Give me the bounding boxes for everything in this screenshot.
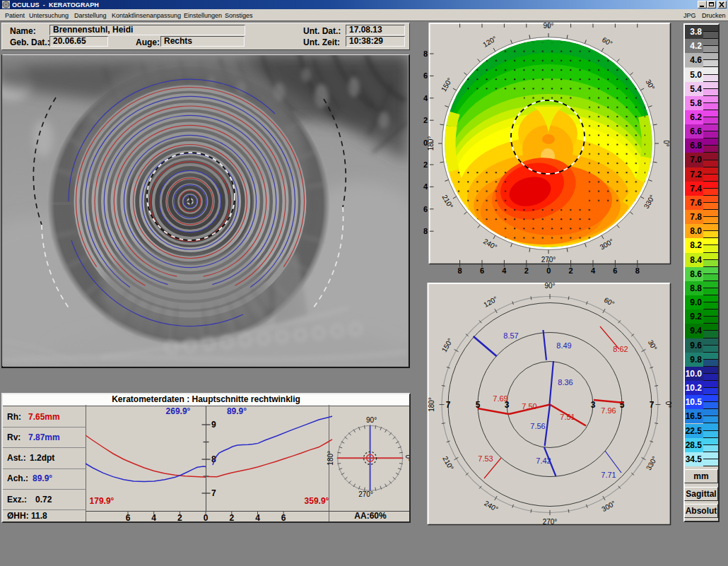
svg-text:0°: 0° xyxy=(664,401,672,408)
svg-text:6: 6 xyxy=(126,513,131,521)
svg-text:2: 2 xyxy=(423,160,428,169)
svg-text:7.65mm: 7.65mm xyxy=(28,412,60,422)
svg-text:8: 8 xyxy=(423,49,428,58)
svg-text:7.42: 7.42 xyxy=(536,456,551,465)
svg-text:4: 4 xyxy=(502,266,507,275)
svg-text:7.51: 7.51 xyxy=(560,413,575,421)
svg-text:7.69: 7.69 xyxy=(493,394,507,403)
svg-text:7.56: 7.56 xyxy=(530,422,545,430)
svg-text:7: 7 xyxy=(211,488,216,498)
svg-text:7.96: 7.96 xyxy=(601,406,616,415)
svg-text:8.49: 8.49 xyxy=(556,341,571,350)
svg-text:270°: 270° xyxy=(358,490,373,498)
svg-text:2: 2 xyxy=(229,513,234,521)
svg-text:0.72: 0.72 xyxy=(35,495,52,505)
svg-text:2: 2 xyxy=(524,266,529,275)
svg-text:269.9°: 269.9° xyxy=(166,406,191,416)
svg-text:Ast.:: Ast.: xyxy=(7,453,26,463)
svg-text:4: 4 xyxy=(255,513,260,521)
svg-text:6: 6 xyxy=(423,71,428,80)
svg-text:8: 8 xyxy=(458,266,462,275)
svg-text:Rh:: Rh: xyxy=(7,412,21,422)
svg-text:6: 6 xyxy=(480,266,484,275)
svg-text:8: 8 xyxy=(423,227,428,235)
svg-text:179.9°: 179.9° xyxy=(90,496,115,506)
svg-text:0: 0 xyxy=(546,266,551,275)
svg-text:180°: 180° xyxy=(428,397,435,412)
svg-text:0: 0 xyxy=(204,513,209,521)
svg-text:359.9°: 359.9° xyxy=(305,496,329,506)
svg-text:0: 0 xyxy=(423,138,428,147)
svg-text:11.8: 11.8 xyxy=(31,511,47,521)
svg-text:90°: 90° xyxy=(544,282,555,290)
svg-text:8.62: 8.62 xyxy=(613,345,628,353)
svg-text:180°: 180° xyxy=(327,451,334,466)
svg-text:1.2dpt: 1.2dpt xyxy=(30,453,54,463)
svg-text:Rv:: Rv: xyxy=(7,432,20,442)
svg-text:Ach.:: Ach.: xyxy=(7,473,28,483)
svg-text:7.50: 7.50 xyxy=(522,402,536,411)
svg-text:8.36: 8.36 xyxy=(558,378,573,387)
svg-text:270°: 270° xyxy=(543,518,558,526)
svg-text:4: 4 xyxy=(151,513,156,521)
svg-text:0°: 0° xyxy=(404,455,409,462)
svg-text:7.87mm: 7.87mm xyxy=(28,432,60,442)
svg-text:AA:60%: AA:60% xyxy=(354,511,387,521)
svg-text:90°: 90° xyxy=(366,416,377,424)
svg-text:9: 9 xyxy=(211,420,216,430)
svg-text:4: 4 xyxy=(423,182,428,191)
svg-text:2: 2 xyxy=(423,116,428,124)
svg-text:6: 6 xyxy=(613,266,617,275)
svg-text:89.9°: 89.9° xyxy=(227,406,247,416)
svg-text:7: 7 xyxy=(650,400,654,410)
svg-text:89.9°: 89.9° xyxy=(33,473,52,483)
svg-text:7: 7 xyxy=(446,400,451,410)
svg-text:5: 5 xyxy=(620,400,625,410)
svg-text:180°: 180° xyxy=(427,136,435,151)
svg-text:7.53: 7.53 xyxy=(478,454,493,463)
svg-text:7.71: 7.71 xyxy=(601,471,616,479)
svg-text:Exz.:: Exz.: xyxy=(7,495,27,505)
svg-text:3: 3 xyxy=(591,400,596,410)
svg-text:4: 4 xyxy=(591,266,596,275)
svg-text:0°: 0° xyxy=(662,140,670,147)
svg-text:4: 4 xyxy=(423,94,428,102)
svg-text:6: 6 xyxy=(423,205,428,213)
svg-text:2: 2 xyxy=(177,513,182,521)
svg-text:8: 8 xyxy=(635,266,640,275)
svg-text:2: 2 xyxy=(569,266,573,275)
svg-text:8.57: 8.57 xyxy=(503,331,518,340)
svg-text:6: 6 xyxy=(281,513,286,521)
svg-text:ØHH:: ØHH: xyxy=(7,511,29,521)
